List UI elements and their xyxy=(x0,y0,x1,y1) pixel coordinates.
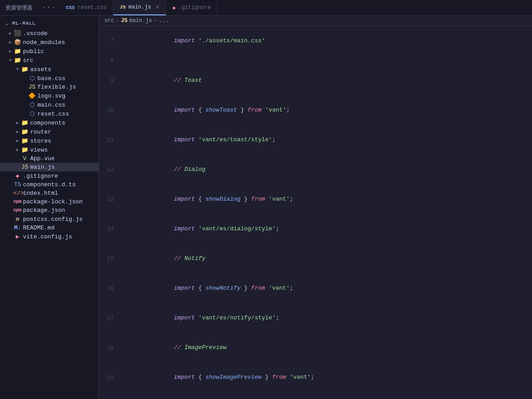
sidebar-item-vite-config[interactable]: ▶ vite.config.js xyxy=(0,232,99,241)
sidebar-label: package.json xyxy=(23,207,65,214)
sidebar-item-node-modules[interactable]: ▶ 📦 node_modules xyxy=(0,38,99,47)
sidebar-item-main-css[interactable]: ⬡ main.css xyxy=(0,100,99,109)
sidebar-header: ⌄ ML-MALL xyxy=(0,18,99,29)
line-number: 20 xyxy=(99,392,121,399)
arrow-icon: ▶ xyxy=(14,129,21,134)
root-label: ⌄ xyxy=(5,21,12,26)
sidebar-item-components-d-ts[interactable]: TS components.d.ts xyxy=(0,180,99,189)
html-icon: </> xyxy=(14,190,22,197)
folder-icon: 📁 xyxy=(14,48,22,55)
sidebar-item-router[interactable]: ▶ 📁 router xyxy=(0,127,99,136)
sidebar-item-flexible-js[interactable]: JS flexible.js xyxy=(0,83,99,91)
code-editor[interactable]: 7 import './assets/main.css' 8 9 xyxy=(99,26,532,399)
sidebar-item-reset-css[interactable]: ⬡ reset.css xyxy=(0,109,99,118)
js-icon: JS xyxy=(21,164,29,170)
arrow-icon: ▼ xyxy=(7,58,14,63)
folder-icon: 📁 xyxy=(21,128,29,135)
git-icon: ◆ xyxy=(172,4,176,11)
more-button[interactable]: ··· xyxy=(38,3,59,12)
line-content: import { showNotify } from 'vant'; xyxy=(121,273,532,303)
line-content: import { showToast } from 'vant'; xyxy=(121,95,532,125)
sidebar-item-readme[interactable]: M↓ README.md xyxy=(0,224,99,232)
npm-icon: npm xyxy=(14,208,22,213)
code-line: 16 import { showNotify } from 'vant'; xyxy=(99,273,532,303)
sidebar-label: node_modules xyxy=(23,39,65,46)
sidebar: ⌄ ML-MALL ▶ ⬛ .vscode ▶ 📦 node_modules ▶… xyxy=(0,16,99,399)
js-icon: JS xyxy=(28,84,36,90)
line-number: 8 xyxy=(99,56,121,66)
line-content: // ImagePreview xyxy=(121,333,532,363)
js-icon: JS xyxy=(120,4,126,10)
sidebar-label: views xyxy=(30,147,48,153)
breadcrumb-dots: ... xyxy=(159,18,169,24)
code-line: 8 xyxy=(99,56,532,66)
sidebar-item-components[interactable]: ▶ 📁 components xyxy=(0,118,99,127)
line-content: // Dialog xyxy=(121,155,532,184)
line-number: 7 xyxy=(99,26,121,56)
code-line: 15 // Notify xyxy=(99,244,532,273)
breadcrumb: src › JS main.js › ... xyxy=(99,16,532,26)
sidebar-item-app-vue[interactable]: V App.vue xyxy=(0,154,99,163)
tab-gitignore[interactable]: ◆ .gitignore xyxy=(166,0,217,15)
main-layout: ⌄ ML-MALL ▶ ⬛ .vscode ▶ 📦 node_modules ▶… xyxy=(0,16,532,399)
sidebar-item-vscode[interactable]: ▶ ⬛ .vscode xyxy=(0,29,99,38)
arrow-icon: ▶ xyxy=(14,138,21,143)
sidebar-item-views[interactable]: ▶ 📁 views xyxy=(0,145,99,154)
code-line: 12 // Dialog xyxy=(99,155,532,184)
sidebar-item-package-json[interactable]: npm package.json xyxy=(0,206,99,215)
svg-icon: 🔶 xyxy=(28,92,36,99)
line-content: import 'vant/es/notify/style'; xyxy=(121,303,532,333)
arrow-icon: ▶ xyxy=(14,120,21,126)
close-icon[interactable]: ✕ xyxy=(156,4,159,10)
sidebar-item-package-lock[interactable]: npm package-lock.json xyxy=(0,197,99,206)
npm-icon: npm xyxy=(14,199,22,204)
css-icon: ⬡ xyxy=(28,110,36,117)
breadcrumb-filename: main.js xyxy=(129,18,152,24)
sidebar-label: .vscode xyxy=(23,30,48,37)
sidebar-item-public[interactable]: ▶ 📁 public xyxy=(0,47,99,56)
code-line: 19 import { showImagePreview } from 'van… xyxy=(99,363,532,392)
line-number: 19 xyxy=(99,363,121,392)
line-number: 12 xyxy=(99,155,121,184)
line-number: 18 xyxy=(99,333,121,363)
tab-main-js[interactable]: JS main.js ✕ xyxy=(113,0,166,15)
sidebar-item-logo-svg[interactable]: 🔶 logo.svg xyxy=(0,91,99,100)
css-icon: ⬡ xyxy=(28,101,36,108)
sidebar-item-index-html[interactable]: </> index.html xyxy=(0,189,99,197)
sidebar-item-base-css[interactable]: ⬡ base.css xyxy=(0,74,99,83)
sidebar-label: stores xyxy=(30,138,51,144)
sidebar-label: vite.config.js xyxy=(23,233,72,240)
sidebar-label: logo.svg xyxy=(37,93,65,99)
sidebar-item-main-js[interactable]: JS main.js xyxy=(0,163,99,171)
sidebar-label: index.html xyxy=(23,190,58,197)
code-line: 13 import { showDialog } from 'vant'; xyxy=(99,184,532,214)
arrow-icon: ▶ xyxy=(7,40,14,45)
md-icon: M↓ xyxy=(14,224,22,231)
line-number: 10 xyxy=(99,95,121,125)
breadcrumb-src: src xyxy=(104,18,114,24)
sidebar-item-gitignore[interactable]: ◆ .gitignore xyxy=(0,171,99,180)
node-icon: 📦 xyxy=(14,39,22,46)
sidebar-item-postcss-config[interactable]: ⚙ postcss.config.js xyxy=(0,215,99,224)
sidebar-label: App.vue xyxy=(30,155,55,162)
tab-label-main-js: main.js xyxy=(128,4,151,10)
arrow-icon: ▶ xyxy=(7,31,14,36)
editor-area: src › JS main.js › ... 7 import './asset… xyxy=(99,16,532,399)
line-number: 14 xyxy=(99,214,121,244)
sidebar-label: package-lock.json xyxy=(23,198,83,205)
line-content xyxy=(121,56,532,66)
tab-reset-css[interactable]: CSS reset.css xyxy=(59,0,113,15)
sidebar-item-src[interactable]: ▼ 📁 src xyxy=(0,56,99,65)
code-table: 7 import './assets/main.css' 8 9 xyxy=(99,26,532,399)
sidebar-item-stores[interactable]: ▶ 📁 stores xyxy=(0,136,99,145)
line-number: 17 xyxy=(99,303,121,333)
css-icon: CSS xyxy=(66,5,75,10)
sidebar-label: README.md xyxy=(23,224,54,231)
sidebar-label: reset.css xyxy=(37,111,69,117)
code-line: 18 // ImagePreview xyxy=(99,333,532,363)
vite-icon: ▶ xyxy=(14,233,22,240)
css-icon: ⬡ xyxy=(28,75,36,82)
sidebar-item-assets[interactable]: ▼ 📁 assets xyxy=(0,65,99,74)
line-content: import './assets/main.css' xyxy=(121,26,532,56)
sidebar-label: components xyxy=(30,120,65,126)
